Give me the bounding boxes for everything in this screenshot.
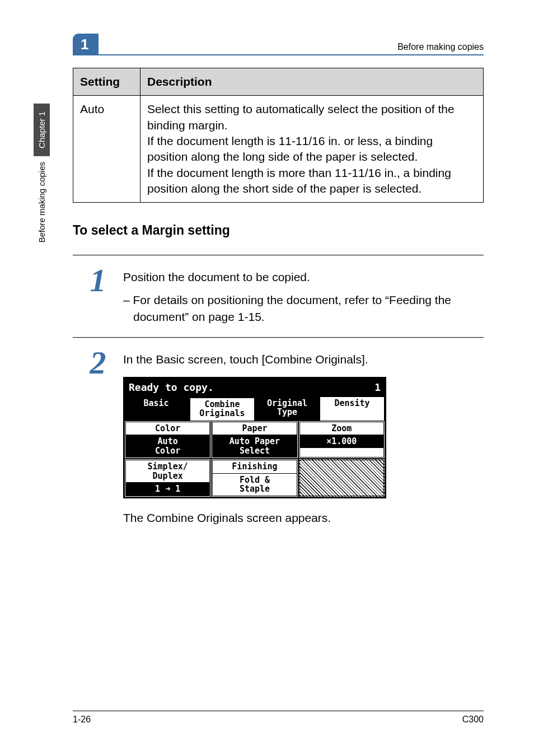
lcd-color-val: Auto Color	[126, 435, 209, 457]
step-1-sub: – For details on positioning the documen…	[123, 292, 484, 326]
sidebar-label: Before making copies	[34, 156, 50, 251]
lcd-zoom-val: ×1.000	[300, 435, 383, 448]
lcd-finishing-val: Fold & Staple	[213, 474, 296, 496]
sidebar: Chapter 1 Before making copies	[34, 104, 56, 251]
lcd-paper-val: Auto Paper Select	[213, 435, 296, 457]
step-1: 1 Position the document to be copied. – …	[73, 255, 484, 325]
step-2-number: 2	[73, 347, 123, 379]
settings-col1-header: Setting	[73, 68, 140, 96]
lcd-zoom-hdr: Zoom	[300, 422, 383, 436]
lcd-paper-hdr: Paper	[213, 422, 296, 436]
lcd-cell-zoom[interactable]: Zoom ×1.000	[298, 421, 385, 459]
settings-row-description: Select this setting to automatically sel…	[140, 96, 484, 203]
step-1-number: 1	[73, 264, 123, 297]
lcd-tab-density[interactable]: Density	[320, 397, 385, 421]
settings-col2-header: Description	[140, 68, 484, 96]
footer-left: 1-26	[73, 715, 91, 725]
lcd-tab-basic[interactable]: Basic	[124, 397, 189, 421]
lcd-cell-empty	[298, 459, 385, 497]
lcd-cell-paper[interactable]: Paper Auto Paper Select	[211, 421, 298, 459]
chapter-tab: Chapter 1	[34, 104, 50, 156]
page-footer: 1-26 C300	[73, 711, 484, 725]
lcd-tab-combine[interactable]: Combine Originals	[189, 397, 255, 421]
step-2-text: In the Basic screen, touch [Combine Orig…	[123, 351, 484, 368]
lcd-tab-original[interactable]: Original Type	[255, 397, 320, 421]
lcd-color-hdr: Color	[126, 422, 209, 436]
step-2: 2 In the Basic screen, touch [Combine Or…	[73, 337, 484, 526]
settings-row-setting: Auto	[73, 96, 140, 203]
subheading: To select a Margin setting	[73, 223, 484, 238]
lcd-cell-color[interactable]: Color Auto Color	[124, 421, 211, 459]
step-2-caption: The Combine Originals screen appears.	[123, 510, 484, 526]
step-1-text: Position the document to be copied.	[123, 269, 484, 286]
lcd-title: Ready to copy.	[129, 380, 214, 395]
lcd-cell-simplex-duplex[interactable]: Simplex/ Duplex 1 ➜ 1	[124, 459, 211, 497]
lcd-sd-hdr: Simplex/ Duplex	[126, 460, 209, 483]
lcd-screenshot: Ready to copy. 1 Basic Combine Originals…	[123, 377, 386, 498]
running-header: Before making copies	[397, 42, 484, 55]
section-number: 1	[73, 34, 99, 55]
lcd-cell-finishing[interactable]: Finishing Fold & Staple	[211, 459, 298, 497]
lcd-sd-val: 1 ➜ 1	[126, 483, 209, 496]
lcd-title-right: 1	[374, 380, 381, 395]
section-tab: 1	[73, 34, 99, 55]
settings-table: Setting Description Auto Select this set…	[73, 68, 484, 203]
footer-right: C300	[462, 715, 484, 725]
lcd-finishing-hdr: Finishing	[213, 460, 296, 474]
